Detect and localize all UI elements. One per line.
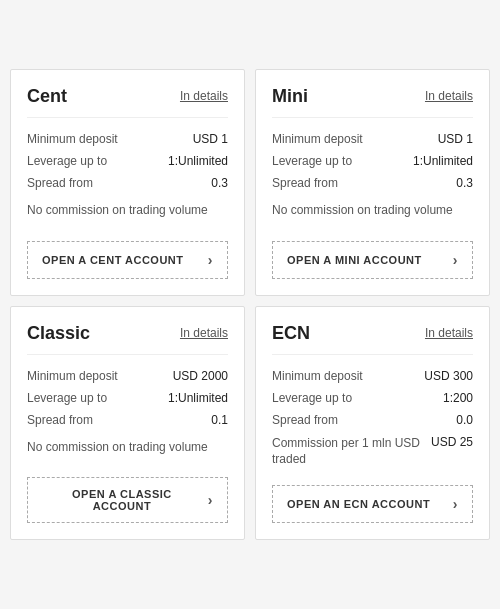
card-cent-header: CentIn details: [27, 86, 228, 118]
open-classic-account-button[interactable]: OPEN A CLASSIC ACCOUNT›: [27, 477, 228, 523]
card-ecn-row-label: Minimum deposit: [272, 369, 416, 383]
open-mini-account-button-arrow-icon: ›: [453, 252, 458, 268]
open-ecn-account-button-label: OPEN AN ECN ACCOUNT: [287, 498, 430, 510]
open-mini-account-button[interactable]: OPEN A MINI ACCOUNT›: [272, 241, 473, 279]
card-mini-row-label: Leverage up to: [272, 154, 405, 168]
card-ecn-header: ECNIn details: [272, 323, 473, 355]
open-ecn-account-button[interactable]: OPEN AN ECN ACCOUNT›: [272, 485, 473, 523]
card-classic-row-label: Minimum deposit: [27, 369, 165, 383]
card-classic-row: Minimum depositUSD 2000: [27, 369, 228, 383]
card-classic: ClassicIn detailsMinimum depositUSD 2000…: [10, 306, 245, 541]
card-mini-header: MiniIn details: [272, 86, 473, 118]
card-mini-row-label: Minimum deposit: [272, 132, 430, 146]
card-mini-row-value: 1:Unlimited: [413, 154, 473, 168]
card-classic-row-value: USD 2000: [173, 369, 228, 383]
card-ecn-row-value: 1:200: [443, 391, 473, 405]
card-classic-row: Spread from0.1: [27, 413, 228, 427]
card-ecn-row: Leverage up to1:200: [272, 391, 473, 405]
card-cent-note: No commission on trading volume: [27, 202, 228, 219]
open-mini-account-button-label: OPEN A MINI ACCOUNT: [287, 254, 422, 266]
card-mini-row-value: USD 1: [438, 132, 473, 146]
card-cent-row-label: Spread from: [27, 176, 203, 190]
card-mini-row-label: Spread from: [272, 176, 448, 190]
card-classic-title: Classic: [27, 323, 90, 344]
card-ecn-title: ECN: [272, 323, 310, 344]
card-mini-row: Leverage up to1:Unlimited: [272, 154, 473, 168]
card-ecn-row-value: USD 300: [424, 369, 473, 383]
card-classic-details-link[interactable]: In details: [180, 326, 228, 340]
card-cent-row-value: USD 1: [193, 132, 228, 146]
card-cent-details-link[interactable]: In details: [180, 89, 228, 103]
card-ecn-details-link[interactable]: In details: [425, 326, 473, 340]
open-classic-account-button-label: OPEN A CLASSIC ACCOUNT: [42, 488, 202, 512]
card-cent-row-label: Leverage up to: [27, 154, 160, 168]
card-mini: MiniIn detailsMinimum depositUSD 1Levera…: [255, 69, 490, 296]
open-ecn-account-button-arrow-icon: ›: [453, 496, 458, 512]
card-cent-title: Cent: [27, 86, 67, 107]
card-cent-row-value: 1:Unlimited: [168, 154, 228, 168]
card-ecn: ECNIn detailsMinimum depositUSD 300Lever…: [255, 306, 490, 541]
open-cent-account-button[interactable]: OPEN A CENT ACCOUNT›: [27, 241, 228, 279]
card-ecn-commission-value: USD 25: [431, 435, 473, 449]
card-ecn-row-label: Spread from: [272, 413, 448, 427]
card-classic-row-value: 1:Unlimited: [168, 391, 228, 405]
card-mini-note: No commission on trading volume: [272, 202, 473, 219]
open-cent-account-button-arrow-icon: ›: [208, 252, 213, 268]
card-cent: CentIn detailsMinimum depositUSD 1Levera…: [10, 69, 245, 296]
open-classic-account-button-arrow-icon: ›: [208, 492, 213, 508]
card-mini-row: Spread from0.3: [272, 176, 473, 190]
card-ecn-row: Minimum depositUSD 300: [272, 369, 473, 383]
card-classic-header: ClassicIn details: [27, 323, 228, 355]
card-cent-row-value: 0.3: [211, 176, 228, 190]
card-classic-row: Leverage up to1:Unlimited: [27, 391, 228, 405]
card-ecn-row-label: Leverage up to: [272, 391, 435, 405]
card-classic-row-label: Leverage up to: [27, 391, 160, 405]
card-mini-row: Minimum depositUSD 1: [272, 132, 473, 146]
card-mini-row-value: 0.3: [456, 176, 473, 190]
card-classic-row-value: 0.1: [211, 413, 228, 427]
card-cent-row: Leverage up to1:Unlimited: [27, 154, 228, 168]
card-cent-row: Spread from0.3: [27, 176, 228, 190]
card-ecn-row: Spread from0.0: [272, 413, 473, 427]
card-ecn-row-value: 0.0: [456, 413, 473, 427]
card-ecn-spacer: [272, 476, 473, 477]
card-mini-details-link[interactable]: In details: [425, 89, 473, 103]
card-mini-title: Mini: [272, 86, 308, 107]
card-classic-row-label: Spread from: [27, 413, 203, 427]
card-cent-row-label: Minimum deposit: [27, 132, 185, 146]
card-ecn-commission-label: Commission per 1 mln USD traded: [272, 435, 423, 469]
open-cent-account-button-label: OPEN A CENT ACCOUNT: [42, 254, 184, 266]
card-classic-note: No commission on trading volume: [27, 439, 228, 456]
card-ecn-commission-row: Commission per 1 mln USD tradedUSD 25: [272, 435, 473, 469]
card-cent-row: Minimum depositUSD 1: [27, 132, 228, 146]
account-cards-grid: CentIn detailsMinimum depositUSD 1Levera…: [0, 59, 500, 551]
